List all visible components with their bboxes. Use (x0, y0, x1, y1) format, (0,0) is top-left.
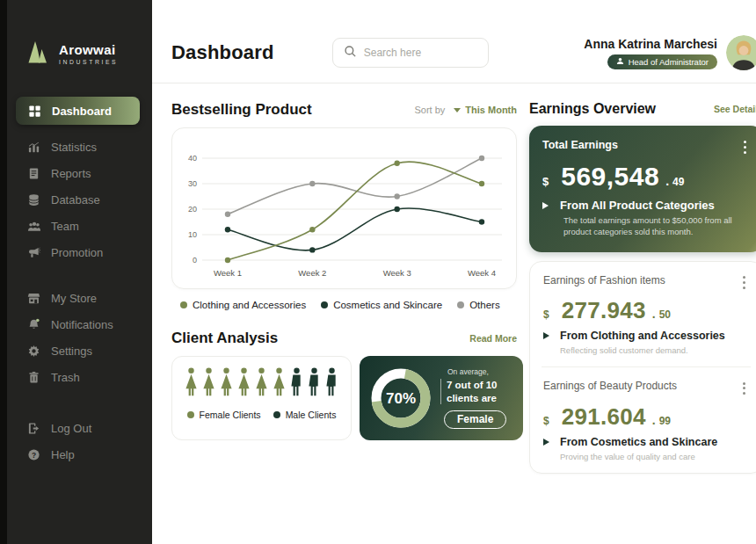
search-input[interactable] (364, 47, 469, 59)
sidebar-item-dashboard[interactable]: Dashboard (16, 97, 140, 125)
play-icon (542, 202, 549, 209)
legend-dot-cosmetics (321, 301, 328, 308)
currency-symbol: $ (542, 175, 549, 188)
legend-dot-others (457, 301, 464, 308)
earnings-overview-title: Earnings Overview (529, 101, 656, 117)
sidebar-item-help[interactable]: ? Help (0, 441, 152, 468)
svg-text:Week 2: Week 2 (298, 268, 326, 278)
svg-text:Week 3: Week 3 (383, 268, 411, 278)
chevron-down-icon (454, 108, 461, 112)
app-window: Arowwai INDUSTRIES Dashboard (0, 0, 756, 544)
sidebar-item-reports[interactable]: Reports (0, 160, 152, 186)
svg-text:10: 10 (188, 230, 197, 239)
svg-text:0: 0 (193, 256, 197, 265)
sidebar-item-trash[interactable]: Trash (0, 364, 152, 390)
sidebar-item-label: Promotion (51, 246, 103, 259)
user-role-label: Head of Administrator (629, 57, 709, 67)
brand-logo: Arowwai INDUSTRIES (26, 40, 152, 67)
svg-text:Week 4: Week 4 (468, 268, 496, 278)
svg-text:Week 1: Week 1 (214, 268, 242, 278)
bestselling-title: Bestselling Product (171, 101, 312, 119)
sidebar-item-log-out[interactable]: Log Out (0, 415, 152, 441)
read-more-link[interactable]: Read More (469, 333, 517, 344)
svg-text:30: 30 (188, 179, 197, 188)
help-icon: ? (26, 447, 41, 462)
svg-text:20: 20 (188, 205, 197, 214)
total-earnings-amount: 569,548 (561, 162, 659, 192)
donut-percent-label: 70% (386, 390, 416, 407)
promotion-icon (26, 245, 41, 260)
total-earnings-card: Total Earnings $ 569,548 . 49 From All P… (529, 126, 756, 252)
search-box[interactable] (332, 38, 489, 68)
user-name: Anna Katrina Marchesi (584, 37, 717, 51)
fashion-earnings-section: Earnings of Fashion items $ 277.943 . 50… (530, 262, 756, 366)
database-icon (26, 192, 41, 207)
donut-chart: 70% (368, 366, 433, 431)
total-earnings-menu-icon[interactable] (740, 139, 750, 156)
statistics-icon (26, 140, 41, 155)
user-block: Anna Katrina Marchesi Head of Administra… (584, 35, 756, 70)
beauty-earnings-amount: 291.604 (562, 403, 646, 431)
sidebar-item-database[interactable]: Database (0, 186, 152, 213)
see-details-link[interactable]: See Details (714, 104, 756, 114)
user-role-badge: Head of Administrator (607, 54, 717, 69)
pictograph-legend: Female Clients Male Clients (181, 410, 342, 420)
line-chart: 010203040Week 1Week 2Week 3Week 4 (172, 128, 516, 288)
total-earnings-source: From All Product Categories (560, 199, 715, 212)
legend-dot-male (273, 411, 280, 418)
currency-symbol: $ (543, 308, 549, 321)
svg-text:40: 40 (188, 154, 197, 163)
sidebar-item-label: Help (51, 448, 75, 461)
sidebar-item-label: My Store (51, 292, 97, 305)
brand-name: Arowwai (59, 42, 118, 57)
sidebar-item-label: Statistics (51, 141, 97, 154)
donut-caption-small: On average, (447, 367, 514, 376)
beauty-earnings-cents: 99 (659, 415, 671, 427)
sidebar-item-label: Notifications (51, 318, 113, 331)
page-title: Dashboard (171, 41, 274, 64)
sidebar-item-team[interactable]: Team (0, 213, 152, 239)
fashion-earnings-label: Earnings of Fashion items (543, 274, 665, 287)
client-analysis-title: Client Analysis (171, 330, 278, 347)
beauty-earnings-menu-icon[interactable] (739, 380, 749, 396)
sidebar-item-label: Reports (51, 167, 91, 180)
legend-item: Female Clients (187, 410, 261, 420)
currency-symbol: $ (543, 415, 549, 427)
sort-value-label: This Month (465, 105, 517, 115)
total-earnings-description: The total earnings amount to $50,000 fro… (563, 215, 750, 238)
sidebar-item-my-store[interactable]: My Store (0, 285, 152, 311)
fashion-earnings-menu-icon[interactable] (739, 274, 749, 291)
sidebar-item-notifications[interactable]: Notifications (0, 311, 152, 337)
bestselling-chart-card: 010203040Week 1Week 2Week 3Week 4 (171, 127, 517, 289)
beauty-earnings-section: Earnings of Beauty Products $ 291.604 . … (530, 367, 756, 472)
earnings-breakdown-card: Earnings of Fashion items $ 277.943 . 50… (529, 261, 756, 474)
avatar[interactable] (726, 35, 756, 70)
client-pictograph-card: Female Clients Male Clients (171, 356, 352, 440)
svg-text:?: ? (32, 450, 36, 459)
arowwai-logo-icon (26, 40, 51, 67)
search-icon (344, 45, 357, 62)
legend-item: Male Clients (273, 410, 337, 420)
play-icon (543, 332, 549, 339)
sidebar-item-label: Database (51, 193, 100, 207)
logout-icon (26, 421, 41, 436)
header: Dashboard Anna Katrina Marchesi (152, 0, 756, 83)
sidebar-item-label: Dashboard (52, 105, 112, 118)
legend-dot-clothing (180, 301, 187, 308)
clients-pictograph (181, 367, 342, 403)
legend-item: Cosmetics and Skincare (321, 300, 442, 310)
sidebar-item-settings[interactable]: Settings (0, 337, 152, 364)
store-icon (26, 291, 41, 306)
sidebar-item-statistics[interactable]: Statistics (0, 134, 152, 160)
main-area: Dashboard Anna Katrina Marchesi (152, 0, 756, 544)
fashion-earnings-source: From Clothing and Accessories (560, 330, 725, 342)
total-earnings-label: Total Earnings (542, 139, 618, 151)
sort-by-label: Sort by (414, 105, 445, 115)
sidebar-nav: Dashboard Statistics (0, 97, 152, 468)
sort-dropdown[interactable]: This Month (454, 105, 517, 115)
sidebar-edge (0, 0, 7, 544)
female-badge[interactable]: Female (444, 410, 506, 429)
trash-icon (26, 370, 41, 385)
legend-item: Clothing and Accessories (180, 300, 306, 310)
sidebar-item-promotion[interactable]: Promotion (0, 239, 152, 265)
